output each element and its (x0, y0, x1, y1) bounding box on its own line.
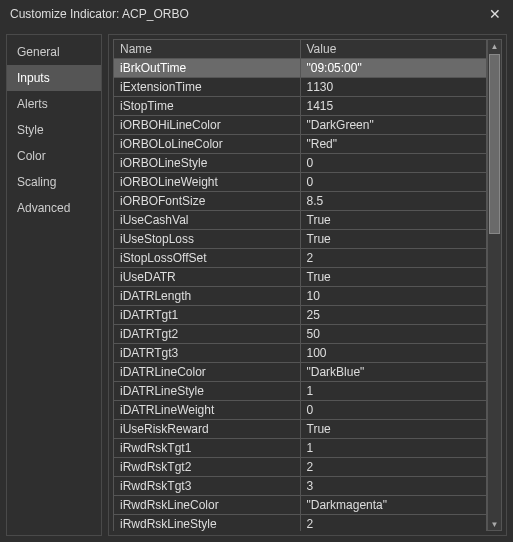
property-value[interactable]: 50 (300, 325, 487, 344)
table-row[interactable]: iDATRTgt3100 (114, 344, 487, 363)
sidebar-item-style[interactable]: Style (7, 117, 101, 143)
property-value[interactable]: "Darkmagenta" (300, 496, 487, 515)
property-value[interactable]: 2 (300, 458, 487, 477)
sidebar-item-scaling[interactable]: Scaling (7, 169, 101, 195)
property-value[interactable]: 1 (300, 382, 487, 401)
table-row[interactable]: iDATRTgt125 (114, 306, 487, 325)
property-name: iUseCashVal (114, 211, 301, 230)
table-row[interactable]: iORBOLineWeight0 (114, 173, 487, 192)
sidebar-item-alerts[interactable]: Alerts (7, 91, 101, 117)
customize-indicator-window: Customize Indicator: ACP_ORBO ✕ GeneralI… (0, 0, 513, 542)
sidebar-item-inputs[interactable]: Inputs (7, 65, 101, 91)
property-name: iORBOLineWeight (114, 173, 301, 192)
property-name: iORBOLineStyle (114, 154, 301, 173)
property-value[interactable]: True (300, 230, 487, 249)
table-row[interactable]: iStopTime1415 (114, 97, 487, 116)
property-value[interactable]: 8.5 (300, 192, 487, 211)
property-name: iBrkOutTime (114, 59, 301, 78)
properties-table: Name Value iBrkOutTime"09:05:00"iExtensi… (113, 39, 487, 531)
table-row[interactable]: iORBOHiLineColor"DarkGreen" (114, 116, 487, 135)
property-name: iExtensionTime (114, 78, 301, 97)
table-row[interactable]: iRwdRskLineColor"Darkmagenta" (114, 496, 487, 515)
property-value[interactable]: 1 (300, 439, 487, 458)
sidebar: GeneralInputsAlertsStyleColorScalingAdva… (6, 34, 102, 536)
table-row[interactable]: iDATRLength10 (114, 287, 487, 306)
property-name: iRwdRskTgt1 (114, 439, 301, 458)
property-value[interactable]: 0 (300, 173, 487, 192)
table-row[interactable]: iUseDATRTrue (114, 268, 487, 287)
main-panel: Name Value iBrkOutTime"09:05:00"iExtensi… (108, 34, 507, 536)
property-name: iDATRLineWeight (114, 401, 301, 420)
property-name: iRwdRskTgt2 (114, 458, 301, 477)
property-name: iORBOFontSize (114, 192, 301, 211)
property-value[interactable]: True (300, 268, 487, 287)
sidebar-item-general[interactable]: General (7, 39, 101, 65)
window-body: GeneralInputsAlertsStyleColorScalingAdva… (0, 28, 513, 542)
property-name: iUseDATR (114, 268, 301, 287)
table-row[interactable]: iDATRLineColor"DarkBlue" (114, 363, 487, 382)
table-row[interactable]: iRwdRskTgt22 (114, 458, 487, 477)
table-row[interactable]: iRwdRskTgt11 (114, 439, 487, 458)
titlebar: Customize Indicator: ACP_ORBO ✕ (0, 0, 513, 28)
sidebar-item-label: Advanced (17, 201, 70, 215)
property-value[interactable]: "Red" (300, 135, 487, 154)
sidebar-item-color[interactable]: Color (7, 143, 101, 169)
column-header-value[interactable]: Value (300, 40, 487, 59)
property-name: iStopLossOffSet (114, 249, 301, 268)
scrollbar-thumb[interactable] (489, 54, 500, 234)
table-row[interactable]: iBrkOutTime"09:05:00" (114, 59, 487, 78)
property-value[interactable]: 3 (300, 477, 487, 496)
table-row[interactable]: iORBOLineStyle0 (114, 154, 487, 173)
property-name: iDATRLineStyle (114, 382, 301, 401)
table-row[interactable]: iExtensionTime1130 (114, 78, 487, 97)
property-name: iUseStopLoss (114, 230, 301, 249)
property-value[interactable]: 25 (300, 306, 487, 325)
property-value[interactable]: 10 (300, 287, 487, 306)
table-row[interactable]: iDATRLineWeight0 (114, 401, 487, 420)
table-row[interactable]: iDATRLineStyle1 (114, 382, 487, 401)
column-header-name[interactable]: Name (114, 40, 301, 59)
close-icon[interactable]: ✕ (485, 6, 505, 22)
sidebar-item-label: Scaling (17, 175, 56, 189)
properties-grid: Name Value iBrkOutTime"09:05:00"iExtensi… (113, 39, 488, 531)
table-row[interactable]: iORBOFontSize8.5 (114, 192, 487, 211)
property-value[interactable]: 2 (300, 249, 487, 268)
sidebar-item-label: Inputs (17, 71, 50, 85)
scroll-up-icon[interactable]: ▲ (488, 40, 501, 52)
property-name: iRwdRskLineColor (114, 496, 301, 515)
table-row[interactable]: iRwdRskLineStyle2 (114, 515, 487, 532)
table-row[interactable]: iDATRTgt250 (114, 325, 487, 344)
property-value[interactable]: 1130 (300, 78, 487, 97)
sidebar-item-label: General (17, 45, 60, 59)
sidebar-item-advanced[interactable]: Advanced (7, 195, 101, 221)
table-row[interactable]: iStopLossOffSet2 (114, 249, 487, 268)
table-header-row: Name Value (114, 40, 487, 59)
property-value[interactable]: "09:05:00" (300, 59, 487, 78)
property-name: iDATRTgt2 (114, 325, 301, 344)
property-value[interactable]: 1415 (300, 97, 487, 116)
property-value[interactable]: 2 (300, 515, 487, 532)
scroll-down-icon[interactable]: ▼ (488, 518, 501, 530)
property-value[interactable]: 0 (300, 154, 487, 173)
property-value[interactable]: True (300, 420, 487, 439)
property-name: iORBOHiLineColor (114, 116, 301, 135)
table-row[interactable]: iRwdRskTgt33 (114, 477, 487, 496)
property-name: iORBOLoLineColor (114, 135, 301, 154)
property-name: iUseRiskReward (114, 420, 301, 439)
property-value[interactable]: "DarkBlue" (300, 363, 487, 382)
property-value[interactable]: 100 (300, 344, 487, 363)
property-value[interactable]: True (300, 211, 487, 230)
property-name: iDATRLineColor (114, 363, 301, 382)
table-row[interactable]: iORBOLoLineColor"Red" (114, 135, 487, 154)
window-title: Customize Indicator: ACP_ORBO (10, 7, 189, 21)
table-row[interactable]: iUseCashValTrue (114, 211, 487, 230)
property-value[interactable]: 0 (300, 401, 487, 420)
property-name: iDATRTgt1 (114, 306, 301, 325)
property-value[interactable]: "DarkGreen" (300, 116, 487, 135)
vertical-scrollbar[interactable]: ▲ ▼ (488, 39, 502, 531)
table-row[interactable]: iUseRiskRewardTrue (114, 420, 487, 439)
sidebar-item-label: Alerts (17, 97, 48, 111)
property-name: iDATRLength (114, 287, 301, 306)
table-row[interactable]: iUseStopLossTrue (114, 230, 487, 249)
property-name: iStopTime (114, 97, 301, 116)
